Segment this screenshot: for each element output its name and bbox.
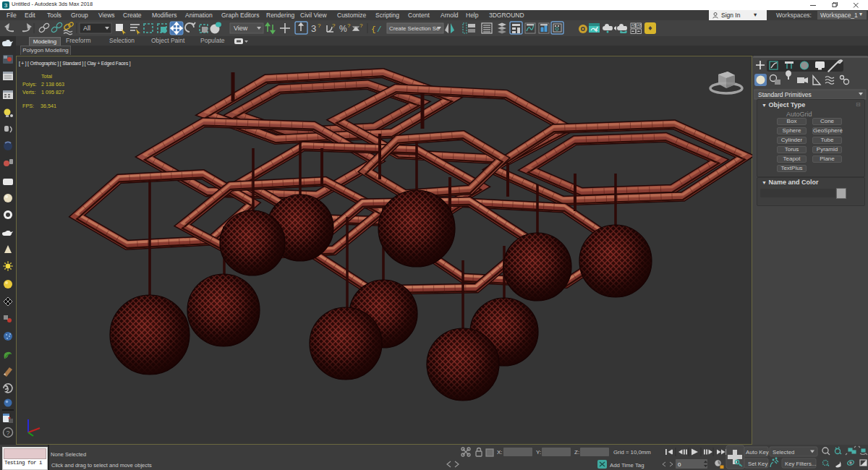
svg-text:%: % [339,24,347,34]
svg-text:Auto Key: Auto Key [746,449,769,456]
svg-text:2 138 663: 2 138 663 [41,81,64,87]
svg-text:36,541: 36,541 [41,103,56,109]
svg-text:Total: Total [41,73,53,80]
svg-text:Y:: Y: [536,449,541,456]
svg-text:Polys:: Polys: [22,81,37,87]
svg-text:Create Selection Se: Create Selection Se [389,25,439,32]
svg-text:?: ? [347,22,351,29]
svg-text:Grid = 10,0mm: Grid = 10,0mm [613,449,651,456]
svg-text:[ + ] [ Orthographic ] [ Stand: [ + ] [ Orthographic ] [ Standard ] [ Cl… [19,61,131,67]
svg-text:Selected: Selected [773,449,794,456]
svg-text:Key Filters...: Key Filters... [785,461,816,467]
svg-text:3: 3 [4,2,8,9]
svg-text:0: 0 [678,461,681,468]
svg-text:/: / [377,25,382,34]
svg-text:All: All [83,25,90,32]
svg-text:3: 3 [311,23,316,34]
svg-text:FPS:: FPS: [22,103,34,109]
svg-text:?: ? [359,22,363,29]
svg-text:Verts:: Verts: [22,89,35,95]
svg-text:Standard Primitives: Standard Primitives [758,91,812,98]
svg-text:View: View [234,25,248,32]
svg-text:1 095 827: 1 095 827 [41,89,64,95]
svg-text:?: ? [6,430,9,437]
svg-text:AB: AB [631,24,636,27]
svg-text:Set Key: Set Key [748,461,767,467]
svg-text:Add Time Tag: Add Time Tag [610,462,644,469]
svg-text:?: ? [332,22,336,29]
svg-text:?: ? [318,22,321,29]
svg-text:{: { [371,25,376,34]
svg-text:Z:: Z: [574,449,579,456]
svg-text:AB: AB [637,24,642,27]
svg-text:X:: X: [497,449,503,456]
